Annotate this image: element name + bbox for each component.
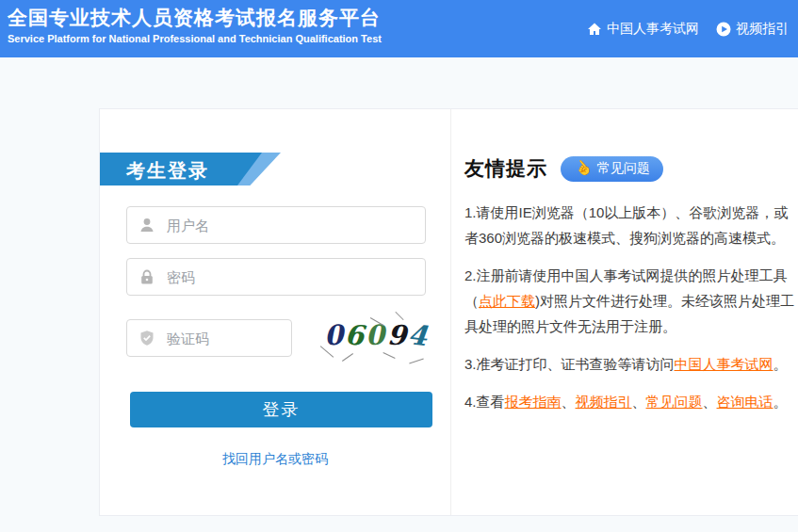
main-card: 考生登录 06094 [99, 108, 798, 516]
nav-video-label: 视频指引 [736, 21, 789, 38]
site-subtitle: Service Platform for National Profession… [8, 33, 382, 44]
captcha-input[interactable] [126, 319, 292, 357]
nav-site-label: 中国人事考试网 [607, 21, 699, 38]
captcha-noise-line [342, 353, 353, 362]
captcha-noise-line [409, 359, 424, 364]
captcha-image[interactable]: 06094 [317, 312, 434, 366]
username-input[interactable] [126, 206, 426, 244]
login-title-ribbon: 考生登录 [100, 153, 281, 185]
nav-site-link[interactable]: 中国人事考试网 [587, 21, 699, 38]
tip-link[interactable]: 点此下载 [479, 293, 535, 309]
pointing-hand-icon: ☝ [570, 156, 594, 181]
tip-paragraph: 4.查看报考指南、视频指引、常见问题、咨询电话。 [464, 389, 798, 414]
site-title: 全国专业技术人员资格考试报名服务平台 [8, 5, 381, 31]
faq-button-label: 常见问题 [597, 160, 650, 177]
tip-paragraph: 1.请使用IE浏览器（10以上版本）、谷歌浏览器，或者360浏览器的极速模式、搜… [464, 200, 798, 250]
captcha-digits: 06094 [317, 319, 434, 351]
tips-title: 友情提示 [464, 155, 547, 182]
login-button[interactable]: 登录 [130, 392, 432, 427]
page-header: 全国专业技术人员资格考试报名服务平台 Service Platform for … [0, 0, 798, 57]
captcha-field-wrap [126, 319, 292, 357]
tips-panel: 友情提示 ☝ 常见问题 1.请使用IE浏览器（10以上版本）、谷歌浏览器，或者3… [451, 109, 798, 515]
faq-button[interactable]: ☝ 常见问题 [561, 156, 663, 182]
forgot-wrap: 找回用户名或密码 [100, 450, 450, 468]
tips-list: 1.请使用IE浏览器（10以上版本）、谷歌浏览器，或者360浏览器的极速模式、搜… [464, 200, 798, 414]
username-field-wrap [126, 206, 426, 244]
forgot-link[interactable]: 找回用户名或密码 [222, 451, 328, 466]
password-field-wrap [126, 258, 426, 296]
login-panel: 考生登录 06094 [100, 109, 451, 515]
tip-link[interactable]: 咨询电话 [717, 394, 774, 410]
tip-link[interactable]: 报考指南 [505, 394, 562, 410]
home-icon [587, 22, 602, 37]
captcha-noise-line [383, 352, 395, 359]
captcha-digit: 9 [386, 318, 407, 351]
login-panel-title: 考生登录 [126, 158, 209, 184]
tip-link[interactable]: 常见问题 [646, 394, 703, 410]
captcha-digit: 0 [323, 318, 344, 351]
play-icon [716, 22, 731, 37]
tip-paragraph: 2.注册前请使用中国人事考试网提供的照片处理工具（点此下载)对照片文件进行处理。… [464, 263, 798, 339]
captcha-digit: 4 [406, 318, 429, 352]
tips-header: 友情提示 ☝ 常见问题 [464, 154, 790, 183]
header-nav: 中国人事考试网 视频指引 [587, 21, 789, 38]
tip-link[interactable]: 中国人事考试网 [675, 356, 774, 372]
tip-paragraph: 3.准考证打印、证书查验等请访问中国人事考试网。 [464, 351, 798, 377]
password-input[interactable] [126, 258, 426, 296]
captcha-digit: 6 [344, 318, 366, 351]
tip-link[interactable]: 视频指引 [576, 394, 632, 410]
nav-video-link[interactable]: 视频指引 [716, 21, 789, 38]
